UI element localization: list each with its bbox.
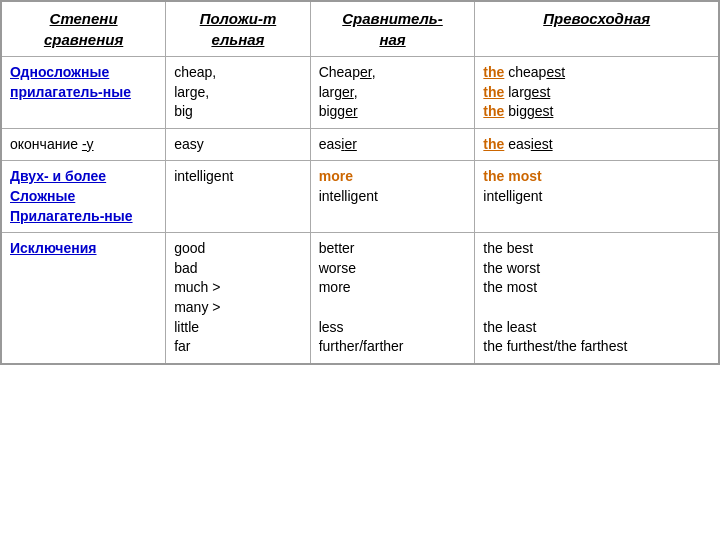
row4-col3: betterworsemorelessfurther/farther xyxy=(310,233,475,364)
row3-col4: the most intelligent xyxy=(475,161,719,233)
row1-col1-text: Односложные прилагатель-ные xyxy=(10,64,131,100)
row4-col2: goodbadmuch >many >littlefar xyxy=(166,233,311,364)
table-row: Двух- и более Сложные Прилагатель-ные in… xyxy=(1,161,719,233)
row2-col4-text: the easiest xyxy=(483,136,552,152)
header-positive: Положи-тельная xyxy=(166,1,311,57)
header-positive-text: Положи-тельная xyxy=(200,10,277,48)
header-superlative-text: Превосходная xyxy=(543,10,650,27)
row4-col1: Исключения xyxy=(1,233,166,364)
row2-col3: easier xyxy=(310,128,475,161)
row2-col2-text: easy xyxy=(174,136,204,152)
header-comparative-text: Сравнитель-ная xyxy=(342,10,443,48)
header-superlative: Превосходная xyxy=(475,1,719,57)
row3-col3-text2: intelligent xyxy=(319,188,378,204)
row1-col3-text: Cheaper, larger, bigger xyxy=(319,64,376,119)
row3-col4-text2: intelligent xyxy=(483,188,542,204)
row4-col4-text: the bestthe worstthe mostthe leastthe fu… xyxy=(483,240,627,354)
row4-col4: the bestthe worstthe mostthe leastthe fu… xyxy=(475,233,719,364)
row3-col1: Двух- и более Сложные Прилагатель-ные xyxy=(1,161,166,233)
table-row: Односложные прилагатель-ные cheap,large,… xyxy=(1,57,719,129)
row1-col2-text: cheap,large,big xyxy=(174,64,216,119)
row3-col3: more intelligent xyxy=(310,161,475,233)
row1-col1: Односложные прилагатель-ные xyxy=(1,57,166,129)
table-row: Исключения goodbadmuch >many >littlefar … xyxy=(1,233,719,364)
row1-col3: Cheaper, larger, bigger xyxy=(310,57,475,129)
row1-col2: cheap,large,big xyxy=(166,57,311,129)
row4-col1-text: Исключения xyxy=(10,240,97,256)
row2-col3-text: easier xyxy=(319,136,357,152)
row3-col3-text: more xyxy=(319,168,353,184)
row4-col2-text: goodbadmuch >many >littlefar xyxy=(174,240,220,354)
row4-col3-text: betterworsemorelessfurther/farther xyxy=(319,240,404,354)
row2-col1: окончание -у xyxy=(1,128,166,161)
header-comparative: Сравнитель-ная xyxy=(310,1,475,57)
header-degrees-text: Степени сравнения xyxy=(44,10,123,48)
row3-col2: intelligent xyxy=(166,161,311,233)
grammar-table: Степени сравнения Положи-тельная Сравнит… xyxy=(0,0,720,365)
row1-col4: the cheapest the largest the biggest xyxy=(475,57,719,129)
row3-col1-text: Двух- и более Сложные Прилагатель-ные xyxy=(10,168,133,223)
row3-col2-text: intelligent xyxy=(174,168,233,184)
row2-col1-text: окончание -у xyxy=(10,136,94,152)
row1-col4-text: the cheapest the largest the biggest xyxy=(483,64,565,119)
row2-col4: the easiest xyxy=(475,128,719,161)
row2-col2: easy xyxy=(166,128,311,161)
row3-col4-text: the most xyxy=(483,168,541,184)
header-degrees: Степени сравнения xyxy=(1,1,166,57)
table-row: окончание -у easy easier the easiest xyxy=(1,128,719,161)
